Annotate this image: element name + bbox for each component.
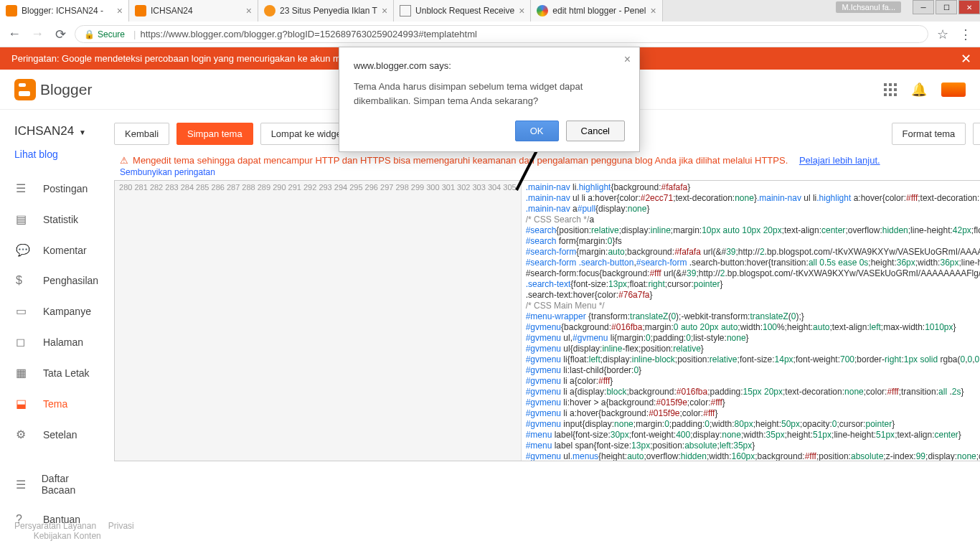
- close-icon[interactable]: ×: [117, 5, 123, 17]
- forward-icon[interactable]: →: [29, 27, 46, 42]
- url-text: https://www.blogger.com/blogger.g?blogID…: [140, 29, 476, 39]
- sidebar-item-earnings[interactable]: $Penghasilan: [0, 265, 114, 296]
- close-icon[interactable]: ×: [246, 5, 252, 17]
- sidebar-item-stats[interactable]: ▤Statistik: [0, 204, 114, 235]
- browser-tab-strip: Blogger: ICHSAN24 - × ICHSAN24 × 23 Situ…: [0, 0, 980, 22]
- save-theme-button[interactable]: Simpan tema: [176, 123, 253, 145]
- confirm-dialog: × www.blogger.com says: Tema Anda harus …: [339, 47, 640, 152]
- sidebar-item-label: Penghasilan: [43, 275, 98, 286]
- dialog-host: www.blogger.com says:: [354, 60, 625, 71]
- close-icon[interactable]: ×: [382, 5, 387, 17]
- stats-icon: ▤: [16, 212, 30, 226]
- layout-icon: ▦: [16, 366, 30, 380]
- back-icon[interactable]: ←: [6, 27, 23, 42]
- revert-changes-button[interactable]: Kembalikan perubahan: [973, 123, 980, 145]
- browser-tab-1[interactable]: ICHSAN24 ×: [129, 0, 258, 22]
- close-icon[interactable]: ×: [624, 53, 631, 66]
- view-blog-link[interactable]: Lihat blog: [0, 149, 114, 173]
- sidebar: ICHSAN24 ▼ Lihat blog ☰Postingan ▤Statis…: [0, 110, 114, 547]
- favicon-icon: [264, 5, 275, 17]
- reload-icon[interactable]: ⟳: [52, 27, 69, 42]
- sidebar-item-label: Tema: [43, 398, 67, 410]
- line-gutter: 280 281 282 283 284 285 286 287 288 289 …: [115, 181, 522, 461]
- menu-icon[interactable]: ⋮: [957, 27, 974, 42]
- favicon-icon: [135, 5, 146, 17]
- sidebar-item-label: Halaman: [43, 336, 83, 348]
- format-theme-button[interactable]: Format tema: [892, 123, 966, 145]
- url-input[interactable]: 🔒 Secure | https://www.blogger.com/blogg…: [75, 25, 928, 43]
- list-icon: ☰: [16, 478, 29, 491]
- notifications-icon[interactable]: 🔔: [911, 82, 927, 98]
- sidebar-item-label: Setelan: [43, 429, 77, 441]
- content-policy-link[interactable]: Kebijakan Konten: [34, 531, 101, 541]
- gear-icon: ⚙: [16, 428, 30, 441]
- code-body[interactable]: .mainin-nav li.highlight{background:#faf…: [522, 181, 980, 461]
- sidebar-item-campaigns[interactable]: ▭Kampanye: [0, 296, 114, 326]
- blogger-logo-icon: [14, 79, 36, 100]
- ok-button[interactable]: OK: [515, 121, 559, 141]
- blogger-logo[interactable]: Blogger: [14, 79, 92, 100]
- address-bar: ← → ⟳ 🔒 Secure | https://www.blogger.com…: [0, 22, 980, 47]
- sidebar-item-label: Komentar: [43, 245, 87, 256]
- close-icon[interactable]: ✕: [961, 51, 971, 67]
- lock-icon: 🔒 Secure: [84, 29, 125, 39]
- tab-title: 23 Situs Penyedia Iklan T: [280, 6, 377, 16]
- window-controls: ─ ☐ ✕: [913, 0, 980, 14]
- favicon-icon: [6, 5, 17, 17]
- dialog-message: Tema Anda harus disimpan sebelum tema wi…: [354, 80, 625, 108]
- posts-icon: ☰: [16, 182, 30, 195]
- sidebar-item-layout[interactable]: ▦Tata Letak: [0, 357, 114, 388]
- window-close-icon[interactable]: ✕: [958, 0, 980, 14]
- sidebar-item-pages[interactable]: ◻Halaman: [0, 326, 114, 357]
- avatar[interactable]: [941, 83, 966, 97]
- tab-title: ICHSAN24: [151, 6, 242, 16]
- learn-more-link[interactable]: Pelajari lebih lanjut.: [799, 155, 880, 166]
- theme-icon: ⬓: [16, 397, 30, 410]
- sidebar-item-label: Statistik: [43, 214, 78, 225]
- favicon-icon: [400, 5, 411, 17]
- favicon-icon: [537, 5, 548, 17]
- sidebar-item-posts[interactable]: ☰Postingan: [0, 173, 114, 204]
- browser-tab-4[interactable]: edit html blogger - Penel ×: [531, 0, 662, 22]
- cancel-button[interactable]: Cancel: [566, 121, 625, 141]
- sidebar-item-comments[interactable]: 💬Komentar: [0, 235, 114, 265]
- apps-grid-icon[interactable]: [884, 83, 897, 96]
- warning-text: Peringatan: Google mendeteksi percobaan …: [11, 53, 341, 64]
- star-icon[interactable]: ☆: [934, 27, 951, 42]
- sidebar-item-theme[interactable]: ⬓Tema: [0, 388, 114, 419]
- browser-tab-2[interactable]: 23 Situs Penyedia Iklan T ×: [258, 0, 394, 22]
- campaign-icon: ▭: [16, 304, 30, 318]
- browser-tab-0[interactable]: Blogger: ICHSAN24 - ×: [0, 0, 129, 22]
- code-editor[interactable]: 280 281 282 283 284 285 286 287 288 289 …: [114, 180, 980, 461]
- tab-title: edit html blogger - Penel: [552, 6, 646, 16]
- sidebar-item-label: Daftar Bacaan: [42, 473, 98, 496]
- comments-icon: 💬: [16, 243, 30, 257]
- dollar-icon: $: [16, 274, 30, 287]
- sidebar-item-label: Tata Letak: [43, 367, 90, 379]
- close-icon[interactable]: ×: [519, 5, 524, 17]
- browser-profile-chip[interactable]: M.Ichsanul fa...: [836, 1, 901, 13]
- minimize-icon[interactable]: ─: [913, 0, 934, 14]
- pages-icon: ◻: [16, 335, 30, 349]
- warning-triangle-icon: ⚠: [120, 155, 128, 166]
- maximize-icon[interactable]: ☐: [936, 0, 957, 14]
- tab-title: Blogger: ICHSAN24 -: [22, 6, 113, 16]
- close-icon[interactable]: ×: [650, 5, 656, 17]
- tab-title: Unblock Request Receive: [415, 6, 514, 16]
- terms-link[interactable]: Persyaratan Layanan: [14, 521, 96, 531]
- sidebar-item-label: Postingan: [43, 183, 88, 194]
- back-button[interactable]: Kembali: [114, 123, 169, 145]
- sidebar-item-reading-list[interactable]: ☰Daftar Bacaan: [0, 464, 114, 504]
- sidebar-item-settings[interactable]: ⚙Setelan: [0, 419, 114, 450]
- brand-name: Blogger: [40, 81, 92, 98]
- blog-selector[interactable]: ICHSAN24 ▼: [0, 118, 114, 149]
- sidebar-item-label: Kampanye: [43, 306, 91, 317]
- chevron-down-icon: ▼: [79, 128, 86, 136]
- browser-tab-3[interactable]: Unblock Request Receive ×: [394, 0, 531, 22]
